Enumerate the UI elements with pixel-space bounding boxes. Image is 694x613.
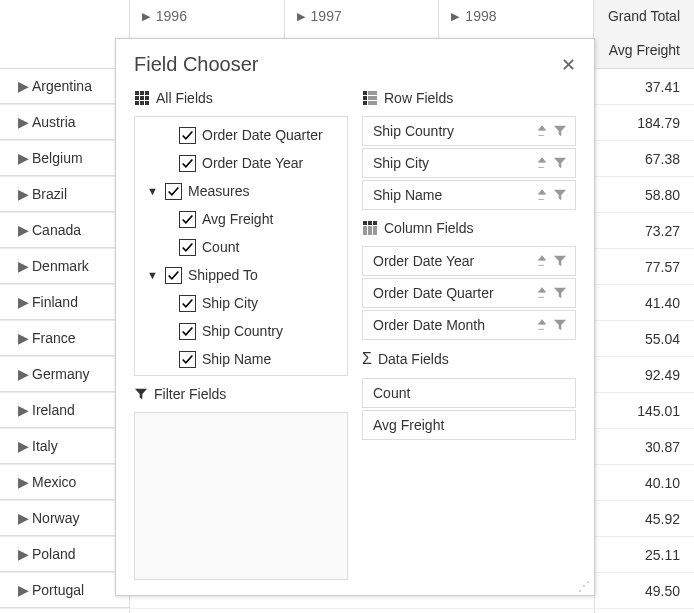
row-header[interactable]: ▶Ireland: [0, 393, 130, 428]
tree-group-shipped-to[interactable]: ▼Shipped To: [141, 261, 341, 289]
close-button[interactable]: ✕: [561, 54, 576, 76]
row-header[interactable]: ▶Denmark: [0, 249, 130, 284]
dialog-title: Field Chooser: [134, 53, 259, 76]
expand-icon: ▶: [18, 474, 30, 490]
field-order-date-quarter[interactable]: Order Date Quarter: [362, 278, 576, 308]
row-header[interactable]: ▶France: [0, 321, 130, 356]
checkbox-checked-icon[interactable]: [179, 211, 196, 228]
row-header[interactable]: ▶Mexico: [0, 465, 130, 500]
cell-value: 77.57: [594, 249, 694, 284]
checkbox-checked-icon[interactable]: [165, 267, 182, 284]
svg-rect-5: [145, 96, 149, 100]
table-row: ▶Spain37.47: [0, 609, 694, 613]
tree-item[interactable]: Avg Freight: [141, 205, 341, 233]
expand-icon: ▶: [18, 510, 30, 526]
field-ship-name[interactable]: Ship Name: [362, 180, 576, 210]
row-header[interactable]: ▶Spain: [0, 609, 130, 613]
data-fields-header: Σ Data Fields: [362, 350, 576, 368]
tree-item[interactable]: Count: [141, 233, 341, 261]
field-chooser-dialog: Field Chooser ✕ All Fields Order Date Qu…: [115, 38, 595, 596]
header-corner: [0, 0, 130, 32]
tree-item[interactable]: Order Date Quarter: [141, 121, 341, 149]
col-header-1997[interactable]: ▶1997: [285, 0, 440, 32]
resize-handle-icon[interactable]: ⋰: [578, 579, 590, 591]
row-fields-list[interactable]: Ship Country Ship City Ship Name: [362, 116, 576, 210]
svg-rect-10: [363, 96, 367, 100]
filter-icon[interactable]: [553, 286, 567, 300]
checkbox-checked-icon[interactable]: [179, 295, 196, 312]
field-count[interactable]: Count: [362, 378, 576, 408]
row-fields-header: Row Fields: [362, 90, 576, 106]
tree-item[interactable]: Ship Name: [141, 345, 341, 373]
sort-icon[interactable]: [535, 188, 549, 202]
cell-value: 67.38: [594, 141, 694, 176]
row-header[interactable]: ▶Belgium: [0, 141, 130, 176]
checkbox-checked-icon[interactable]: [179, 351, 196, 368]
svg-rect-17: [373, 221, 377, 225]
all-fields-tree[interactable]: Order Date Quarter Order Date Year ▼Meas…: [134, 116, 348, 376]
checkbox-checked-icon[interactable]: [179, 155, 196, 172]
filter-icon[interactable]: [553, 318, 567, 332]
field-avg-freight[interactable]: Avg Freight: [362, 410, 576, 440]
expand-icon: ▶: [18, 186, 30, 202]
field-order-date-month[interactable]: Order Date Month: [362, 310, 576, 340]
filter-icon[interactable]: [553, 156, 567, 170]
sort-icon[interactable]: [535, 254, 549, 268]
expand-icon: ▶: [451, 10, 459, 23]
row-header[interactable]: ▶Poland: [0, 537, 130, 572]
row-header[interactable]: ▶Italy: [0, 429, 130, 464]
row-header[interactable]: ▶Portugal: [0, 573, 130, 608]
filter-fields-area[interactable]: [134, 412, 348, 580]
field-ship-city[interactable]: Ship City: [362, 148, 576, 178]
sort-icon[interactable]: [535, 318, 549, 332]
svg-rect-13: [368, 96, 377, 100]
row-header[interactable]: ▶Austria: [0, 105, 130, 140]
filter-icon: [134, 387, 148, 401]
expand-icon: ▶: [18, 546, 30, 562]
row-header[interactable]: ▶Norway: [0, 501, 130, 536]
data-fields-list[interactable]: Count Avg Freight: [362, 378, 576, 440]
svg-rect-14: [368, 101, 377, 105]
sort-icon[interactable]: [535, 286, 549, 300]
svg-rect-2: [145, 91, 149, 95]
row-header[interactable]: ▶Germany: [0, 357, 130, 392]
svg-rect-1: [140, 91, 144, 95]
tree-item[interactable]: Ship Country: [141, 317, 341, 345]
header-corner-sub: [0, 32, 130, 68]
svg-rect-9: [363, 91, 367, 95]
grid-icon: [134, 90, 150, 106]
col-header-1996[interactable]: ▶1996: [130, 0, 285, 32]
cell-value: 40.10: [594, 465, 694, 500]
column-fields-list[interactable]: Order Date Year Order Date Quarter Order…: [362, 246, 576, 340]
field-order-date-year[interactable]: Order Date Year: [362, 246, 576, 276]
tree-group-measures[interactable]: ▼Measures: [141, 177, 341, 205]
row-header[interactable]: ▶Canada: [0, 213, 130, 248]
checkbox-checked-icon[interactable]: [179, 323, 196, 340]
sort-icon[interactable]: [535, 156, 549, 170]
svg-rect-19: [368, 226, 372, 235]
checkbox-checked-icon[interactable]: [179, 239, 196, 256]
all-fields-header: All Fields: [134, 90, 348, 106]
filter-icon[interactable]: [553, 188, 567, 202]
row-header[interactable]: ▶Finland: [0, 285, 130, 320]
expand-icon: ▶: [142, 10, 150, 23]
field-ship-country[interactable]: Ship Country: [362, 116, 576, 146]
tree-item[interactable]: Order Date Year: [141, 149, 341, 177]
checkbox-checked-icon[interactable]: [165, 183, 182, 200]
sub-header-avg-freight: Avg Freight: [594, 32, 694, 68]
expand-icon: ▶: [18, 114, 30, 130]
svg-rect-11: [363, 101, 367, 105]
sort-icon[interactable]: [535, 124, 549, 138]
cell-value: 45.92: [594, 501, 694, 536]
checkbox-checked-icon[interactable]: [179, 127, 196, 144]
expand-icon: ▶: [297, 10, 305, 23]
column-fields-header: Column Fields: [362, 220, 576, 236]
row-header[interactable]: ▶Brazil: [0, 177, 130, 212]
tree-item[interactable]: Ship City: [141, 289, 341, 317]
cell-value: 184.79: [594, 105, 694, 140]
row-header[interactable]: ▶Argentina: [0, 69, 130, 104]
col-header-1998[interactable]: ▶1998: [439, 0, 594, 32]
filter-icon[interactable]: [553, 254, 567, 268]
filter-icon[interactable]: [553, 124, 567, 138]
filter-fields-header: Filter Fields: [134, 386, 348, 402]
